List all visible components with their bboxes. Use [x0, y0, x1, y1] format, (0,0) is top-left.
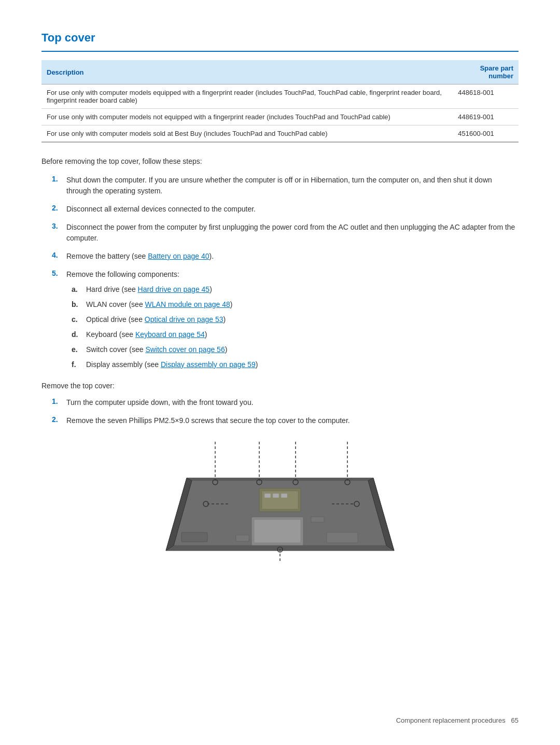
list-number: 1.: [52, 397, 66, 405]
svg-rect-24: [273, 494, 279, 498]
sub-list-label: a.: [72, 284, 86, 295]
list-content: Remove the battery (see Battery on page …: [66, 251, 519, 262]
sub-page-link[interactable]: Hard drive on page 45: [138, 285, 210, 293]
part-description: For use only with computer models not eq…: [41, 109, 453, 125]
list-item: 5.Remove the following components:a.Hard…: [52, 269, 519, 374]
list-item: 2.Remove the seven Phillips PM2.5×9.0 sc…: [52, 415, 519, 426]
intro-text: Before removing the top cover, follow th…: [41, 157, 519, 165]
list-number: 5.: [52, 269, 66, 277]
page-link[interactable]: Battery on page 40: [148, 252, 209, 260]
svg-rect-5: [254, 519, 301, 543]
sub-list-label: b.: [72, 299, 86, 310]
sub-page-link[interactable]: Optical drive on page 53: [145, 315, 223, 324]
part-number: 448618-001: [453, 85, 519, 109]
list-content: Remove the seven Phillips PM2.5×9.0 scre…: [66, 415, 519, 426]
sub-list-content: WLAN cover (see WLAN module on page 48): [86, 299, 519, 310]
svg-rect-6: [327, 532, 358, 543]
sub-list-item: c.Optical drive (see Optical drive on pa…: [72, 314, 519, 325]
sub-list-item: b.WLAN cover (see WLAN module on page 48…: [72, 299, 519, 310]
list-number: 2.: [52, 204, 66, 212]
list-number: 3.: [52, 222, 66, 230]
parts-table: Description Spare part number For use on…: [41, 60, 519, 143]
page-title: Top cover: [41, 31, 519, 45]
sub-list-content: Display assembly (see Display assembly o…: [86, 359, 519, 370]
sub-list-item: e.Switch cover (see Switch cover on page…: [72, 344, 519, 355]
sub-page-link[interactable]: Display assembly on page 59: [161, 360, 256, 369]
sub-list-label: f.: [72, 359, 86, 370]
sub-page-link[interactable]: WLAN module on page 48: [145, 300, 230, 308]
table-row: For use only with computer models equipp…: [41, 85, 519, 109]
table-row: For use only with computer models not eq…: [41, 109, 519, 125]
sub-list-content: Optical drive (see Optical drive on page…: [86, 314, 519, 325]
svg-rect-27: [236, 535, 249, 541]
svg-rect-26: [181, 532, 207, 542]
sub-list-label: c.: [72, 314, 86, 325]
laptop-diagram: [156, 437, 404, 582]
sub-list-item: a.Hard drive (see Hard drive on page 45): [72, 284, 519, 295]
part-number: 451600-001: [453, 125, 519, 143]
remove-section-title: Remove the top cover:: [41, 382, 519, 390]
list-item: 3.Disconnect the power from the computer…: [52, 222, 519, 244]
sub-list-item: f.Display assembly (see Display assembly…: [72, 359, 519, 370]
sub-list-item: d.Keyboard (see Keyboard on page 54): [72, 329, 519, 340]
list-item: 4.Remove the battery (see Battery on pag…: [52, 251, 519, 262]
diagram-container: [41, 437, 519, 582]
table-row: For use only with computer models sold a…: [41, 125, 519, 143]
list-content: Disconnect the power from the computer b…: [66, 222, 519, 244]
sub-list-label: d.: [72, 329, 86, 340]
sub-page-link[interactable]: Switch cover on page 56: [145, 345, 225, 354]
footer: Component replacement procedures 65: [396, 716, 519, 724]
list-number: 2.: [52, 415, 66, 424]
list-item: 1.Shut down the computer. If you are uns…: [52, 175, 519, 196]
list-number: 1.: [52, 175, 66, 183]
remove-steps-list: 1.Turn the computer upside down, with th…: [52, 397, 519, 426]
list-content: Turn the computer upside down, with the …: [66, 397, 519, 408]
part-description: For use only with computer models sold a…: [41, 125, 453, 143]
list-item: 2.Disconnect all external devices connec…: [52, 204, 519, 215]
footer-page: 65: [511, 716, 519, 724]
svg-rect-28: [311, 517, 324, 522]
footer-text: Component replacement procedures: [396, 716, 506, 724]
sub-list-label: e.: [72, 344, 86, 355]
sub-list-content: Switch cover (see Switch cover on page 5…: [86, 344, 519, 355]
list-content: Remove the following components:a.Hard d…: [66, 269, 519, 374]
svg-rect-25: [281, 494, 287, 498]
sub-list: a.Hard drive (see Hard drive on page 45)…: [72, 284, 519, 370]
sub-list-content: Hard drive (see Hard drive on page 45): [86, 284, 519, 295]
list-content: Shut down the computer. If you are unsur…: [66, 175, 519, 196]
list-number: 4.: [52, 251, 66, 259]
col-description: Description: [41, 60, 453, 85]
list-item: 1.Turn the computer upside down, with th…: [52, 397, 519, 408]
sub-list-content: Keyboard (see Keyboard on page 54): [86, 329, 519, 340]
svg-rect-23: [264, 494, 271, 498]
list-content: Disconnect all external devices connecte…: [66, 204, 519, 215]
col-part-number: Spare part number: [453, 60, 519, 85]
part-number: 448619-001: [453, 109, 519, 125]
steps-list: 1.Shut down the computer. If you are uns…: [52, 175, 519, 374]
part-description: For use only with computer models equipp…: [41, 85, 453, 109]
title-divider: [41, 51, 519, 52]
sub-page-link[interactable]: Keyboard on page 54: [135, 330, 205, 339]
